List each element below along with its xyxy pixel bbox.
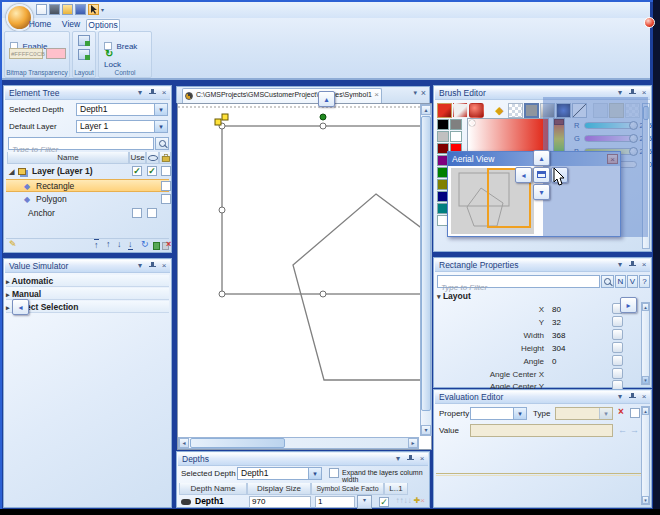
rectangle-lock-checkbox[interactable] — [161, 181, 171, 191]
edit-icon[interactable]: ✎ — [9, 239, 17, 249]
close-panel-icon[interactable]: × — [417, 454, 427, 464]
simulator-item-manual[interactable]: ▸ Manual — [6, 288, 169, 300]
move-down-icon[interactable]: ↓ — [117, 239, 122, 249]
drawing-canvas[interactable] — [177, 103, 432, 450]
dock-top-indicator[interactable]: ▴ — [318, 91, 335, 107]
tab-list-chevron-icon[interactable]: ▾ — [413, 89, 417, 97]
prev-arrow-icon[interactable]: ← — [618, 425, 627, 435]
menu-chevron-icon[interactable]: ▾ — [615, 260, 625, 270]
depths-header-l1[interactable]: L..1 — [384, 483, 408, 495]
depths-header-scale[interactable]: Symbol Scale Facto — [311, 483, 384, 495]
refresh-icon[interactable]: ↻ — [105, 48, 113, 59]
filter-value-button[interactable]: V — [627, 275, 638, 288]
menu-chevron-icon[interactable]: ▾ — [135, 88, 145, 98]
tab-close-icon[interactable]: × — [374, 90, 379, 99]
tree-header-use[interactable]: Use — [129, 152, 146, 164]
vscroll-thumb[interactable] — [421, 116, 431, 411]
filter-name-button[interactable]: N — [615, 275, 626, 288]
polygon-lock-checkbox[interactable] — [161, 194, 171, 204]
tab-home[interactable]: Home — [25, 19, 55, 30]
evaluation-checkbox[interactable] — [630, 408, 640, 418]
layer-lock-checkbox[interactable] — [161, 166, 171, 176]
anchor-handle[interactable] — [215, 119, 221, 125]
pin-icon[interactable] — [405, 454, 415, 464]
depth-delete-icon[interactable]: × — [420, 496, 425, 505]
splitter-line[interactable] — [436, 473, 641, 476]
depth-scale-dropdown-button[interactable]: ▾ — [357, 495, 372, 509]
palette-swatch[interactable] — [437, 131, 449, 142]
depth-used-checkbox[interactable]: ✓ — [379, 497, 389, 507]
close-panel-icon[interactable]: × — [159, 261, 169, 271]
anchor-visible-checkbox[interactable] — [147, 208, 157, 218]
evaluation-scrollbar[interactable]: ▴ ▾ — [641, 406, 650, 505]
expand-layers-checkbox[interactable] — [329, 468, 339, 478]
no-fill-pattern-icon[interactable] — [508, 103, 523, 118]
polygon-shape[interactable] — [293, 194, 421, 380]
dock-center-button[interactable] — [533, 167, 550, 183]
dock-down-button[interactable]: ▾ — [533, 184, 550, 200]
document-tab[interactable]: C:\GMSProjects\GMSCustomerProject\librar… — [182, 88, 382, 103]
chevron-down-icon[interactable]: ▾ — [513, 408, 526, 419]
menu-chevron-icon[interactable]: ▾ — [615, 392, 625, 402]
close-window-button[interactable] — [644, 17, 655, 28]
tab-view[interactable]: View — [58, 19, 84, 30]
pin-icon[interactable] — [627, 260, 637, 270]
value-field[interactable] — [470, 424, 613, 437]
scroll-down-icon[interactable]: ▾ — [642, 496, 649, 504]
depths-header-size[interactable]: Display Size — [247, 483, 311, 495]
evaluate-checkbox[interactable] — [612, 329, 623, 340]
evaluate-checkbox[interactable] — [612, 342, 623, 353]
transparency-color-field[interactable]: #FFFFC0CB — [9, 48, 43, 59]
solid-fill-icon[interactable] — [524, 103, 539, 118]
qat-overflow-chevron[interactable]: ▾ — [101, 6, 104, 13]
evaluate-checkbox[interactable] — [612, 368, 623, 379]
tree-row-polygon[interactable]: ◆ Polygon — [6, 193, 169, 206]
rotation-handle[interactable] — [320, 114, 326, 120]
tree-header-name[interactable]: Name — [7, 152, 129, 164]
canvas-vscrollbar[interactable]: ▴ ▾ — [420, 104, 432, 436]
new-document-icon[interactable] — [36, 4, 47, 15]
type-combo[interactable]: ▾ — [555, 407, 613, 420]
move-up-icon[interactable]: ↑ — [106, 239, 111, 249]
tab-options[interactable]: Options — [86, 19, 120, 31]
close-panel-icon[interactable]: × — [639, 392, 649, 402]
tree-filter-box[interactable] — [8, 137, 154, 150]
anchor-handle-2[interactable] — [222, 114, 228, 120]
tree-row-anchor[interactable]: Anchor — [6, 207, 169, 220]
hscroll-thumb[interactable] — [190, 438, 285, 448]
close-panel-icon[interactable]: × — [159, 88, 169, 98]
palette-swatch[interactable] — [450, 119, 462, 130]
brush-icon[interactable] — [437, 103, 452, 118]
chevron-down-icon[interactable]: ▾ — [308, 468, 321, 479]
close-panel-icon[interactable]: × — [639, 260, 649, 270]
layer-use-checkbox[interactable]: ✓ — [132, 166, 142, 176]
delete-icon[interactable]: × — [166, 239, 171, 249]
color-picker-icon[interactable]: ◆ — [492, 103, 507, 118]
clear-evaluation-icon[interactable]: × — [618, 406, 624, 417]
move-top-icon[interactable]: ↑ — [94, 239, 99, 250]
layout-save-icon[interactable] — [78, 35, 90, 46]
dock-right-indicator[interactable]: ▸ — [620, 297, 637, 313]
scroll-up-icon[interactable]: ▴ — [421, 105, 431, 115]
depths-header-name[interactable]: Depth Name — [179, 483, 247, 495]
tabbar-close-icon[interactable]: × — [421, 88, 426, 98]
paste-element-icon[interactable] — [153, 242, 160, 250]
scroll-left-icon[interactable]: ◂ — [179, 438, 189, 448]
scroll-up-icon[interactable]: ▴ — [642, 303, 649, 311]
scroll-up-icon[interactable]: ▴ — [642, 407, 649, 415]
depth-row[interactable]: Depth1 970 1 ▾ ✓ — [179, 496, 429, 508]
open-folder-icon[interactable] — [62, 4, 73, 15]
select-cursor-icon[interactable] — [88, 4, 99, 15]
depth-display-size-field[interactable]: 970 — [249, 496, 311, 508]
pin-icon[interactable] — [147, 88, 157, 98]
bottom-center-handle[interactable] — [320, 291, 326, 297]
left-middle-handle[interactable] — [219, 207, 225, 213]
palette-swatch[interactable] — [437, 119, 449, 130]
expander-icon[interactable]: ◢ — [9, 165, 14, 178]
depths-selected-depth-combo[interactable]: Depth1▾ — [237, 467, 322, 480]
pin-icon[interactable] — [147, 261, 157, 271]
dock-up-button[interactable]: ▴ — [533, 150, 550, 166]
evaluate-checkbox[interactable] — [612, 316, 623, 327]
save-icon[interactable] — [75, 4, 86, 15]
palette-swatch[interactable] — [450, 131, 462, 142]
